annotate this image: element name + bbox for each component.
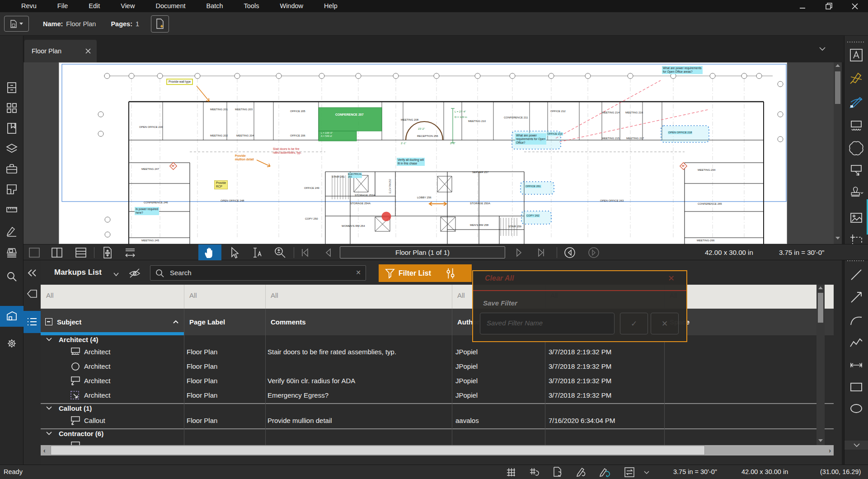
document-vertical-scrollbar[interactable] (834, 62, 842, 244)
select-all-checkbox[interactable] (45, 318, 52, 325)
minimize-button[interactable] (789, 0, 816, 12)
callout-tool-icon[interactable] (849, 118, 863, 133)
table-row[interactable] (41, 439, 834, 445)
group-collapse-icon[interactable] (46, 338, 52, 341)
filter-cell-2[interactable]: All (271, 291, 278, 299)
toolbar-drag-handle[interactable] (847, 260, 865, 261)
new-page-button[interactable] (151, 15, 169, 33)
scroll-right-icon[interactable]: › (829, 447, 831, 454)
menu-item-view[interactable]: View (110, 0, 145, 12)
highlighter-tool-icon[interactable] (849, 70, 863, 85)
menu-item-tools[interactable]: Tools (234, 0, 270, 12)
pen-tool-icon[interactable] (849, 94, 863, 108)
chevron-down-icon[interactable] (643, 471, 650, 474)
fit-width-icon[interactable] (124, 246, 136, 259)
dimension-tool-icon[interactable] (849, 358, 863, 372)
filter-settings-icon[interactable] (444, 267, 457, 280)
measurements-icon[interactable] (6, 204, 18, 216)
scroll-left-icon[interactable]: ‹ (43, 447, 46, 454)
ellipse-tool-icon[interactable] (849, 401, 863, 416)
popup-close-icon[interactable]: ✕ (668, 273, 675, 283)
cloud-tool-icon[interactable] (849, 141, 863, 155)
table-row[interactable]: ArchitectFloor PlanVerify 60in clr. radi… (41, 374, 834, 389)
first-page-icon[interactable] (298, 246, 311, 259)
forward-view-icon[interactable] (587, 246, 600, 259)
text-select-icon[interactable] (251, 246, 263, 259)
menu-item-window[interactable]: Window (269, 0, 314, 12)
layers-icon[interactable] (6, 143, 18, 155)
table-row[interactable]: ArchitectFloor PlanEmergency Egress?JPop… (41, 389, 834, 403)
spaces-icon[interactable] (6, 183, 18, 195)
menu-item-document[interactable]: Document (145, 0, 196, 12)
filter-list-button[interactable]: Filter List (379, 264, 472, 282)
snap-to-content-icon[interactable] (552, 466, 564, 478)
snap-to-grid-icon[interactable] (529, 466, 540, 478)
scroll-up-icon[interactable] (818, 286, 823, 289)
arc-tool-icon[interactable] (849, 313, 863, 327)
bookmarks-icon[interactable] (6, 122, 18, 134)
scrollbar-thumb[interactable] (835, 71, 840, 104)
menu-item-help[interactable]: Help (314, 0, 348, 12)
previous-page-icon[interactable] (322, 246, 334, 259)
scrollbar-thumb[interactable] (818, 293, 823, 323)
menu-item-revu[interactable]: Revu (11, 0, 47, 12)
toolbar-more-button[interactable] (845, 441, 868, 450)
filter-cell-0[interactable]: All (46, 291, 54, 299)
grid-toggle-icon[interactable] (505, 466, 517, 478)
group-collapse-icon[interactable] (46, 406, 52, 410)
markups-list-tab[interactable] (23, 311, 41, 333)
horizontal-scrollbar[interactable]: ‹ › (41, 445, 834, 456)
markups-panel-toggle[interactable] (0, 306, 23, 327)
scroll-down-icon[interactable] (818, 439, 823, 442)
tab-floor-plan[interactable]: Floor Plan (24, 40, 97, 62)
column-header-page-label[interactable]: Page Label (189, 309, 225, 335)
scroll-down-icon[interactable] (835, 237, 840, 240)
cancel-save-filter-button[interactable]: ✕ (651, 313, 679, 334)
panel-title[interactable]: Markups List (54, 268, 102, 277)
column-header-subject[interactable]: Subject (57, 309, 81, 335)
table-row[interactable]: ArchitectFloor PlanStair doors to be fir… (41, 345, 834, 360)
text-box-tool-icon[interactable] (849, 48, 863, 62)
thumbnails-icon[interactable] (6, 102, 18, 114)
zoom-tool-icon[interactable] (273, 246, 286, 259)
sort-ascending-icon[interactable] (173, 320, 179, 324)
group-row[interactable]: Callout (1) (41, 404, 834, 414)
stamp-tool-icon[interactable] (849, 187, 863, 201)
fit-page-icon[interactable] (101, 246, 114, 259)
line-tool-icon[interactable] (849, 268, 863, 282)
confirm-save-filter-button[interactable]: ✓ (620, 313, 648, 334)
search-input[interactable]: Search ✕ (150, 265, 366, 281)
clear-search-icon[interactable]: ✕ (356, 269, 361, 276)
clear-all-menu-item[interactable]: Clear All (485, 274, 514, 282)
page-navigation-field[interactable]: Floor Plan (1 of 1) (340, 246, 505, 258)
chevron-down-icon[interactable] (113, 272, 119, 277)
signatures-icon[interactable] (6, 225, 18, 237)
menu-item-edit[interactable]: Edit (78, 0, 110, 12)
sets-icon[interactable] (6, 247, 18, 259)
tab-close-icon[interactable] (81, 48, 97, 54)
split-horizontal-icon[interactable] (75, 246, 87, 259)
menu-item-batch[interactable]: Batch (196, 0, 234, 12)
menu-item-file[interactable]: File (47, 0, 78, 12)
table-row[interactable]: CalloutFloor PlanProvide mullion detaila… (41, 414, 834, 428)
restore-button[interactable] (816, 0, 842, 12)
column-header-comments[interactable]: Comments (271, 309, 306, 335)
scroll-up-icon[interactable] (835, 64, 840, 67)
search-icon[interactable] (6, 271, 18, 282)
previous-panel-icon[interactable] (27, 288, 38, 299)
back-view-icon[interactable] (563, 246, 576, 259)
tool-chest-icon[interactable] (6, 163, 18, 175)
single-pane-icon[interactable] (28, 246, 41, 259)
settings-gear-icon[interactable] (6, 338, 18, 349)
sync-views-icon[interactable] (624, 466, 635, 478)
close-button[interactable] (842, 0, 868, 12)
filter-cell-1[interactable]: All (189, 291, 197, 299)
polyline-tool-icon[interactable] (849, 335, 863, 350)
toolbar-drag-handle[interactable] (847, 42, 865, 42)
next-page-icon[interactable] (512, 246, 525, 259)
snap-to-markup-icon[interactable] (576, 466, 587, 478)
last-page-icon[interactable] (535, 246, 548, 259)
filter-cell-3[interactable]: All (457, 291, 465, 299)
pan-tool-button[interactable] (198, 244, 221, 261)
saved-filter-name-input[interactable]: Saved Filter Name (480, 313, 615, 334)
